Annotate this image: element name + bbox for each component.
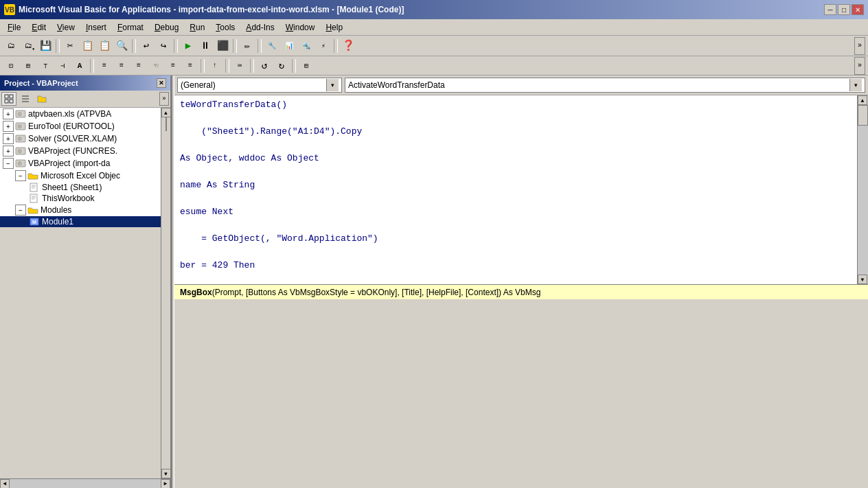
menu-view[interactable]: View (52, 21, 80, 34)
panel-view2-btn[interactable] (18, 92, 33, 106)
proc-dropdown-arrow[interactable]: ▾ (849, 79, 862, 91)
code-scope-dropdown[interactable]: (General) ▾ (177, 78, 342, 93)
code-vscroll-up[interactable]: ▲ (858, 95, 867, 105)
panel-close-button[interactable]: ✕ (157, 78, 166, 88)
project-hscrollbar[interactable]: ◄ ► (0, 478, 170, 488)
expand-solver[interactable]: + (3, 133, 14, 144)
scope-dropdown-arrow[interactable]: ▾ (326, 79, 339, 91)
tree-item-module1[interactable]: M Module1 (0, 216, 161, 227)
tb-help-btn[interactable]: ❓ (340, 38, 356, 54)
tb-run-btn[interactable]: ▶ (180, 38, 196, 54)
tree-label-eurotool: EuroTool (EUROTOOL) (28, 121, 115, 131)
expand-eurotool[interactable]: + (3, 121, 14, 132)
hscroll-track[interactable] (10, 479, 161, 489)
tree-item-modules-folder[interactable]: − Modules (0, 204, 161, 216)
expand-atpvbaen[interactable]: + (3, 108, 14, 119)
tb-view-btn[interactable]: 🗂 (3, 38, 19, 54)
code-editor[interactable]: teWordTransferData() ("Sheet1").Range("A… (174, 95, 857, 284)
sep5 (258, 39, 262, 53)
tree-label-thisworkbook: ThisWorkbook (42, 194, 94, 203)
expand-modules[interactable]: − (15, 205, 26, 216)
panel-view1-btn[interactable] (1, 92, 16, 106)
tb-proj-btn[interactable]: 🔧 (264, 38, 280, 54)
menu-tools[interactable]: Tools (211, 21, 240, 34)
menu-edit[interactable]: Edit (27, 21, 51, 34)
project-vscrollbar[interactable]: ▲ ▼ (161, 108, 170, 478)
menu-run[interactable]: Run (185, 21, 209, 34)
tb2-align1-btn[interactable]: ≡ (96, 58, 113, 73)
outer-close-button[interactable]: ✕ (852, 4, 864, 15)
tree-item-importdata[interactable]: − ⚙ VBAProject (import-da (0, 157, 161, 170)
code-vscroll-thumb[interactable] (858, 105, 868, 126)
tb-redo-btn[interactable]: ↪ (155, 38, 172, 54)
tb-paste-btn[interactable]: 📋 (96, 38, 113, 54)
menu-addins[interactable]: Add-Ins (241, 21, 279, 34)
tb2-align3-btn[interactable]: ≡ (130, 58, 147, 73)
menu-file[interactable]: File (3, 21, 25, 34)
expand-excel-objects[interactable]: − (15, 170, 26, 181)
tree-item-sheet1[interactable]: Sheet1 (Sheet1) (0, 182, 161, 193)
menu-insert[interactable]: Insert (81, 21, 111, 34)
tb-save-btn[interactable]: 💾 (37, 38, 54, 54)
tb2-list1-btn[interactable]: ≡ (165, 58, 181, 73)
tb2-hand-btn[interactable]: ☜ (148, 58, 164, 73)
tb-view2-btn[interactable]: 🗂▾ (20, 38, 36, 54)
expand-importdata[interactable]: − (3, 158, 14, 169)
outer-maximize-button[interactable]: □ (838, 4, 850, 15)
code-vscroll-down[interactable]: ▼ (858, 275, 867, 284)
toolbar2-overflow-btn[interactable]: » (854, 57, 865, 75)
tb2-undo2-btn[interactable]: ↺ (256, 58, 273, 73)
code-vscrollbar[interactable]: ▲ ▼ (857, 95, 868, 284)
tree-item-eurotool[interactable]: + ⚙ EuroTool (EUROTOOL) (0, 120, 161, 132)
hscroll-left-btn[interactable]: ◄ (0, 479, 10, 489)
tb-copy-btn[interactable]: 📋 (79, 38, 95, 54)
vscroll-up-btn[interactable]: ▲ (161, 108, 171, 117)
menu-debug[interactable]: Debug (150, 21, 183, 34)
tree-item-solver[interactable]: + ⚙ Solver (SOLVER.XLAM) (0, 132, 161, 145)
hscroll-right-btn[interactable]: ► (161, 479, 170, 489)
menu-window[interactable]: Window (281, 21, 320, 34)
tb2-btn3[interactable]: ⊤ (37, 58, 54, 73)
tb2-redo2-btn[interactable]: ↻ (273, 58, 290, 73)
tb-opt-btn[interactable]: ⚡ (315, 38, 332, 54)
menu-help[interactable]: Help (321, 21, 347, 34)
code-line-4: name As String (180, 178, 852, 192)
panel-folder-btn[interactable] (34, 92, 49, 106)
app-icon: VB (4, 4, 15, 15)
tb2-btn4[interactable]: ⊣ (54, 58, 71, 73)
tb2-list2-btn[interactable]: ≡ (182, 58, 198, 73)
code-vscroll-track[interactable] (858, 126, 868, 275)
menu-format[interactable]: Format (113, 21, 148, 34)
tb-find-btn[interactable]: 🔍 (113, 38, 130, 54)
tb2-outdent-btn[interactable]: ⊞ (20, 58, 36, 73)
tb-cut-btn[interactable]: ✂ (62, 38, 78, 54)
tree-panel-body: + ⚙ atpvbaen.xls (ATPVBA + (0, 108, 170, 478)
vscroll-thumb[interactable] (165, 117, 167, 131)
tb2-font-btn[interactable]: A (71, 58, 88, 73)
tree-view[interactable]: + ⚙ atpvbaen.xls (ATPVBA + (0, 108, 161, 227)
tb-obj-btn[interactable]: 📊 (281, 38, 297, 54)
tb2-macro-btn[interactable]: ⌨ (231, 58, 248, 73)
code-line-6: = GetObject(, "Word.Application") (180, 232, 852, 246)
tb-tb-btn[interactable]: 🔩 (298, 38, 315, 54)
tree-item-thisworkbook[interactable]: ThisWorkbook (0, 193, 161, 204)
tb2-indent-btn[interactable]: ⊡ (3, 58, 19, 73)
tb-stop-btn[interactable]: ⬛ (214, 38, 231, 54)
folder-icon-excel-objects (27, 171, 38, 181)
panel-scroll-right-btn[interactable]: » (159, 92, 169, 106)
tree-item-funcres[interactable]: + ⚙ VBAProject (FUNCRES. (0, 145, 161, 157)
window-title: Microsoft Visual Basic for Applications … (19, 5, 404, 14)
tree-item-excel-objects[interactable]: − Microsoft Excel Objec (0, 170, 161, 182)
tree-item-atpvbaen[interactable]: + ⚙ atpvbaen.xls (ATPVBA (0, 108, 161, 120)
tb2-align2-btn[interactable]: ≡ (113, 58, 130, 73)
code-proc-dropdown[interactable]: ActivateWordTransferData ▾ (345, 78, 865, 93)
expand-funcres[interactable]: + (3, 146, 14, 156)
outer-minimize-button[interactable]: ─ (824, 4, 836, 15)
tb-pause-btn[interactable]: ⏸ (197, 38, 214, 54)
vscroll-down-btn[interactable]: ▼ (161, 469, 171, 478)
tb2-up-btn[interactable]: ↑ (207, 58, 223, 73)
tb2-grid-btn[interactable]: ⊞ (298, 58, 315, 73)
tb-undo-btn[interactable]: ↩ (138, 38, 155, 54)
tb-design-btn[interactable]: ✏ (239, 38, 255, 54)
toolbar-overflow-btn[interactable]: » (854, 37, 865, 55)
